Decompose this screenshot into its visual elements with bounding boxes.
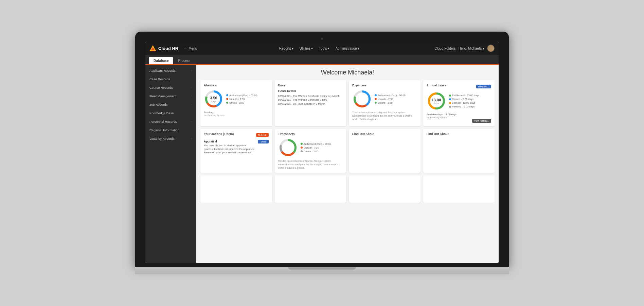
timesheets-card: Timesheets — [275, 129, 346, 173]
app-container: Cloud HR ← Menu Reports ▾ Utilities ▾ To… — [145, 42, 499, 263]
legend-dot-green — [226, 102, 228, 104]
timesheets-content: Authorised (Occ) - 00:00 Unauth - 7:30 — [278, 138, 343, 158]
sidebar-item-knowledge-base[interactable]: Knowledge Base — [145, 109, 196, 117]
view-button[interactable]: View — [258, 140, 268, 143]
camera-dot — [321, 38, 323, 40]
legend-dot-blue — [375, 94, 377, 96]
find-out-title-1: Find Out About — [352, 132, 417, 136]
menu-label: Menu — [189, 47, 197, 50]
legend-dot-green — [375, 102, 377, 104]
logo-icon — [149, 45, 156, 51]
timesheets-donut-svg — [278, 138, 298, 157]
sidebar-item-case-records[interactable]: Case Records — [145, 75, 196, 83]
chevron-right-icon: › — [191, 137, 192, 140]
legend-item: Unauth - 7:30 — [301, 146, 332, 149]
legend-dot-grey — [449, 106, 451, 108]
expenses-donut — [352, 89, 372, 109]
absence-donut: 3.50 days — [204, 89, 223, 109]
sidebar: Applicant Records › Case Records Course … — [145, 65, 196, 263]
menu-button[interactable]: ← Menu — [184, 47, 197, 50]
legend-dot-red — [301, 147, 303, 149]
annual-leave-donut: 13.00 days — [427, 91, 446, 112]
expenses-legend: Authorised (Occ) - 00:00 Unauth - 7:30 — [375, 94, 406, 105]
legend-dot-orange — [226, 98, 228, 100]
nav-administration[interactable]: Administration ▾ — [333, 45, 362, 52]
sidebar-item-applicant-records[interactable]: Applicant Records › — [145, 66, 196, 75]
top-nav: Cloud HR ← Menu Reports ▾ Utilities ▾ To… — [145, 42, 499, 55]
annual-leave-donut-label: 13.00 days — [432, 98, 441, 104]
expenses-card: Expenses — [349, 80, 421, 126]
sidebar-item-personnel-records[interactable]: Personnel Records › — [145, 117, 196, 126]
view-history-button[interactable]: View History... — [472, 119, 491, 123]
refresh-button[interactable]: Refresh — [256, 133, 269, 137]
annual-leave-card: Annual Leave Request... — [423, 80, 495, 126]
legend-dot-orange — [449, 102, 451, 104]
timesheets-title: Timesheets — [278, 132, 343, 136]
laptop-shell: Cloud HR ← Menu Reports ▾ Utilities ▾ To… — [135, 32, 509, 274]
logo-text: Cloud HR — [158, 46, 178, 51]
expenses-donut-svg — [352, 89, 372, 109]
appraisal-title: Appraisal — [204, 140, 256, 143]
avatar-image — [487, 45, 494, 52]
sidebar-item-course-records[interactable]: Course Records › — [145, 83, 196, 92]
available-days: Available days: 13.00 days No Pending Ac… — [427, 113, 491, 119]
expenses-title: Expenses — [352, 84, 417, 87]
nav-links: Reports ▾ Utilities ▾ Tools ▾ Administra… — [204, 45, 434, 52]
find-out-title-2: Find Out About — [427, 132, 491, 136]
sidebar-item-fleet-management[interactable]: Fleet Management › — [145, 92, 196, 100]
nav-reports[interactable]: Reports ▾ — [276, 45, 296, 52]
legend-item: Others - 2:00 — [226, 101, 257, 104]
chevron-right-icon: › — [191, 103, 192, 106]
legend-item: Unauth - 7:30 — [226, 98, 257, 101]
absence-pending: Pending No Pending Actions — [204, 111, 269, 117]
nav-utilities[interactable]: Utilities ▾ — [297, 45, 316, 52]
diary-title: Diary — [278, 84, 343, 87]
annual-leave-legend: Entitlement - 25.00 days Carried - 0.00 … — [449, 94, 480, 109]
legend-dot-green — [301, 143, 303, 145]
arrow-left-icon: ← — [184, 47, 187, 50]
empty-card-4 — [423, 175, 495, 203]
tab-database[interactable]: Database — [149, 57, 173, 64]
legend-item: Entitlement - 25.00 days — [449, 94, 480, 97]
screen-bezel: Cloud HR ← Menu Reports ▾ Utilities ▾ To… — [135, 32, 509, 267]
bottom-row — [200, 175, 495, 203]
expenses-not-configured: This tile has not been configured. Ask y… — [352, 111, 417, 121]
absence-content: 3.50 days Authorised (Occ) - 00:00 — [204, 89, 269, 109]
legend-dot-blue — [226, 94, 228, 96]
timesheets-not-configured: This tile has not been configured. Ask y… — [278, 159, 343, 169]
sidebar-item-vacancy-records[interactable]: Vacancy Records › — [145, 134, 196, 143]
absence-legend: Authorised (Occ) - 00:00 Unauth - 7:30 — [226, 94, 257, 105]
content-area: Welcome Michaela! Absence — [196, 65, 499, 263]
request-button[interactable]: Request... — [476, 85, 491, 88]
appraisal-row: Appraisal You have chosen to start an ap… — [204, 140, 269, 155]
timesheets-donut — [278, 138, 298, 158]
legend-item: Unauth - 7:30 — [375, 98, 406, 101]
tab-bar: Database Process — [145, 55, 499, 65]
annual-leave-title: Annual Leave — [427, 84, 447, 87]
legend-dot-orange — [375, 98, 377, 100]
empty-card-2 — [275, 175, 346, 203]
nav-cloud-folders[interactable]: Cloud Folders — [434, 47, 455, 50]
avatar[interactable] — [487, 45, 495, 52]
diary-event-3: 02/07/2021 - 16 Hours Service in 3 Month — [278, 102, 343, 106]
dashboard-grid: Absence — [200, 80, 495, 173]
legend-item: Others - 2:00 — [375, 101, 406, 104]
diary-events: Future Events 02/09/2021 - Fire Warden C… — [278, 89, 343, 106]
chevron-right-icon: › — [191, 69, 192, 72]
nav-user-greeting[interactable]: Hello, Michaela ▾ — [459, 47, 484, 50]
empty-card-3 — [349, 175, 421, 203]
your-actions-header: Your actions (1 item) Refresh — [204, 132, 269, 138]
tab-process[interactable]: Process — [173, 57, 195, 64]
chevron-right-icon: › — [191, 120, 192, 123]
logo-area: Cloud HR — [149, 45, 178, 51]
sidebar-item-regional-information[interactable]: Regional Information — [145, 126, 196, 134]
appraisal-info: Appraisal You have chosen to start an ap… — [204, 140, 256, 155]
legend-dot-blue — [449, 98, 451, 100]
annual-leave-header: Annual Leave Request... — [427, 84, 491, 89]
diary-card: Diary Future Events 02/09/2021 - Fire Wa… — [275, 80, 346, 126]
nav-tools[interactable]: Tools ▾ — [316, 45, 332, 52]
sidebar-item-job-records[interactable]: Job Records › — [145, 100, 196, 109]
legend-item: Authorised (Occ) - 00:00 — [301, 142, 332, 146]
timesheets-legend: Authorised (Occ) - 00:00 Unauth - 7:30 — [301, 142, 332, 154]
laptop-screen: Cloud HR ← Menu Reports ▾ Utilities ▾ To… — [145, 42, 499, 263]
